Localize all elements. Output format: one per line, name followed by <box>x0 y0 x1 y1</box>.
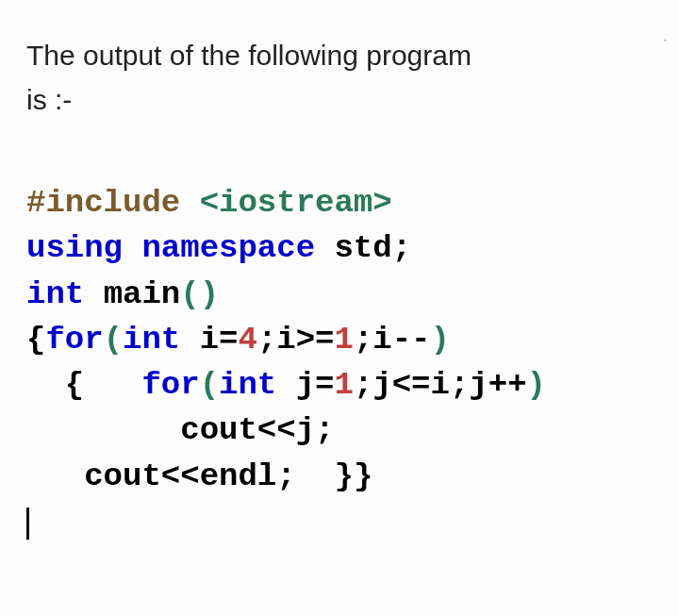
question-line-1: The output of the following program <box>26 40 472 71</box>
code-j2: j <box>373 367 391 403</box>
code-semi2: ; <box>257 322 276 358</box>
code-lte: <= <box>392 367 431 403</box>
code-i2: i <box>276 322 295 358</box>
code-1b: 1 <box>335 367 354 403</box>
corner-mark: · <box>662 28 668 50</box>
question-line-2: is :- <box>26 84 72 115</box>
code-iostream: <iostream> <box>200 185 392 221</box>
code-namespace: namespace <box>141 230 334 266</box>
code-eq2: = <box>315 367 334 403</box>
code-semi3: ; <box>354 322 373 358</box>
code-brace-close: }} <box>334 458 373 494</box>
code-semi-1: ; <box>392 230 411 266</box>
code-paren-c2: ) <box>527 367 546 403</box>
code-semi5: ; <box>450 367 469 403</box>
code-semi6: ; <box>315 412 334 448</box>
code-include: #include <box>26 185 200 221</box>
code-j4: j <box>296 412 315 448</box>
code-cout2: cout <box>26 458 161 494</box>
code-endl: endl <box>200 458 277 494</box>
code-i3: i <box>373 322 391 358</box>
text-cursor <box>26 508 29 540</box>
code-int-i: int <box>123 322 200 358</box>
code-j1: j <box>296 367 315 403</box>
code-4: 4 <box>238 322 257 358</box>
code-int-j: int <box>219 367 296 403</box>
code-inc: ++ <box>489 367 527 403</box>
code-block: #include <iostream> using namespace std;… <box>26 180 653 544</box>
code-i4: i <box>431 367 450 403</box>
code-1a: 1 <box>335 322 354 358</box>
question-prompt: The output of the following program is :… <box>26 34 653 122</box>
code-semi7: ; <box>276 458 334 494</box>
code-main-paren: () <box>180 276 219 312</box>
code-j3: j <box>469 367 488 403</box>
code-brace-open2: { <box>26 367 104 403</box>
code-gte: >= <box>296 322 335 358</box>
code-for-1: for <box>45 322 103 358</box>
code-brace-open: { <box>26 322 45 358</box>
code-ins2: << <box>161 458 200 494</box>
code-paren-o1: ( <box>104 322 123 358</box>
code-for-2: for <box>104 367 200 403</box>
code-dec: -- <box>392 322 431 358</box>
code-std: std <box>334 230 391 266</box>
code-i1: i <box>200 322 219 358</box>
code-paren-o2: ( <box>200 367 219 403</box>
code-using: using <box>26 230 141 266</box>
code-int-main: int <box>26 276 104 312</box>
code-eq1: = <box>219 322 238 358</box>
code-ins1: << <box>257 412 296 448</box>
code-semi4: ; <box>354 367 373 403</box>
code-main: main <box>104 276 181 312</box>
code-paren-c1: ) <box>431 322 450 358</box>
code-cout1: cout <box>26 412 257 448</box>
